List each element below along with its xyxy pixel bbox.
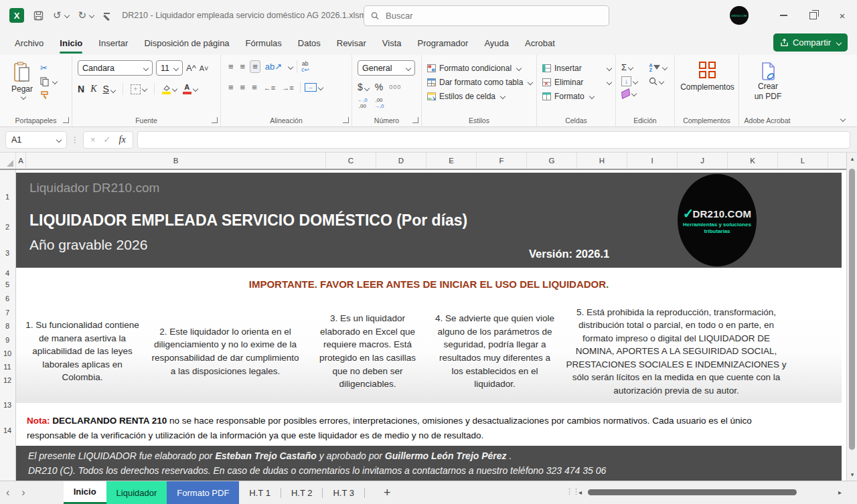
column-header-b[interactable]: B [26, 153, 326, 169]
tab-formulas[interactable]: Fórmulas [238, 31, 290, 55]
align-middle-button[interactable]: ≡ [238, 61, 248, 72]
fill-color-button[interactable] [162, 84, 177, 94]
sheet-header-block[interactable]: Liquidador DR210.com LIQUIDADOR EMPLEADA… [16, 173, 842, 268]
close-button[interactable]: × [828, 0, 857, 31]
sheet-tab-ht1[interactable]: H.T 1 [239, 481, 281, 504]
underline-button[interactable]: S [102, 83, 114, 95]
customize-toolbar-button[interactable] [103, 13, 110, 19]
formula-input[interactable] [137, 131, 850, 149]
sheet-tab-ht3[interactable]: H.T 3 [323, 481, 364, 504]
align-left-button[interactable]: ≡ [226, 82, 236, 93]
scroll-up-icon[interactable]: ▴ [847, 155, 857, 162]
column-header-e[interactable]: E [426, 153, 477, 169]
confirm-entry-button[interactable]: ✓ [104, 135, 111, 145]
borders-button[interactable]: + [131, 84, 147, 94]
scroll-down-icon[interactable]: ▾ [847, 471, 857, 478]
column-header-f[interactable]: F [477, 153, 527, 169]
row-header-12[interactable]: 12 [0, 376, 15, 384]
column-header-k[interactable]: K [728, 153, 778, 169]
add-sheet-button[interactable]: + [384, 486, 391, 500]
column-header-l[interactable]: L [778, 153, 828, 169]
currency-format-button[interactable]: $ [358, 81, 369, 93]
undo-dropdown-icon[interactable] [64, 13, 69, 18]
collapse-ribbon-icon[interactable] [840, 116, 846, 122]
increase-decimals-button[interactable]: ,00 →,0 [374, 98, 384, 110]
row-header-14[interactable]: 14 [0, 426, 15, 434]
format-cells-button[interactable]: Formato [542, 89, 611, 103]
search-box[interactable] [364, 5, 609, 26]
sort-filter-button[interactable]: AZ [649, 62, 670, 72]
row-header-7[interactable]: 7 [0, 309, 15, 317]
alignment-dialog-launcher-icon[interactable] [343, 117, 349, 123]
tab-revisar[interactable]: Revisar [329, 31, 374, 55]
fill-button[interactable]: ↓ [621, 76, 641, 86]
autosum-button[interactable]: Σ [621, 62, 641, 72]
vertical-scrollbar[interactable]: ▴ ▾ [846, 153, 857, 481]
sheet-nav-left-icon[interactable]: ‹ [0, 487, 15, 499]
align-top-button[interactable]: ≡ [226, 61, 236, 72]
tab-disposicion[interactable]: Disposición de página [136, 31, 237, 55]
insert-cells-button[interactable]: Insertar [542, 61, 611, 75]
minimize-button[interactable] [769, 0, 798, 31]
note-4[interactable]: 4. Se advierte que quien viole alguno de… [435, 312, 555, 390]
tab-archivo[interactable]: Archivo [7, 31, 52, 55]
important-heading[interactable]: IMPORTANTE. FAVOR LEER ANTES DE INICIAR … [16, 278, 842, 290]
tab-ayuda[interactable]: Ayuda [476, 31, 517, 55]
formula-bar-handle[interactable]: ⋮ [71, 135, 79, 145]
sheet-footer-block[interactable]: El presente LIQUIDADOR fue elaborado por… [16, 446, 842, 481]
row-header-10[interactable]: 10 [0, 349, 15, 357]
notes-row[interactable]: 1. Su funcionalidad contiene de manera a… [16, 300, 842, 403]
column-header-g[interactable]: G [527, 153, 577, 169]
column-header-c[interactable]: C [326, 153, 376, 169]
paste-button[interactable]: Pegar [5, 62, 39, 99]
delete-cells-button[interactable]: × Eliminar [542, 75, 611, 89]
redo-dropdown-icon[interactable] [89, 13, 94, 18]
copy-button[interactable] [40, 77, 57, 86]
row-header-4[interactable]: 4 [0, 269, 15, 277]
row-header-5[interactable]: 5 [0, 280, 15, 288]
row-header-6[interactable]: 6 [0, 295, 15, 303]
decrease-font-button[interactable]: A˅ [200, 64, 209, 72]
share-button[interactable]: Compartir [773, 33, 848, 52]
row-header-11[interactable]: 11 [0, 363, 15, 371]
align-right-button[interactable]: ≡ [250, 82, 259, 93]
font-dialog-launcher-icon[interactable] [212, 117, 218, 123]
italic-button[interactable]: K [90, 84, 96, 94]
tab-insertar[interactable]: Insertar [90, 31, 136, 55]
save-button[interactable] [33, 11, 44, 21]
sheet-nav-right-icon[interactable]: › [15, 487, 31, 499]
decrease-indent-button[interactable]: ←≡ [262, 83, 277, 92]
name-box[interactable]: A1 [5, 131, 67, 149]
column-header-j[interactable]: J [678, 153, 728, 169]
sheet-tab-liquidador[interactable]: Liquidador [106, 481, 167, 504]
redo-button[interactable]: ↻ [78, 9, 94, 21]
row-header-9[interactable]: 9 [0, 336, 15, 344]
clear-button[interactable] [621, 90, 641, 97]
vertical-scrollbar-thumb[interactable] [849, 169, 855, 450]
tab-inicio[interactable]: Inicio [52, 31, 90, 55]
note-5[interactable]: 5. Está prohibida la reproducción, trans… [566, 306, 787, 398]
row-header-2[interactable]: 2 [0, 223, 15, 231]
nota-paragraph[interactable]: Nota: DECLARANDO RENTA 210 no se hace re… [27, 414, 797, 442]
restore-button[interactable] [798, 0, 828, 31]
align-bottom-button[interactable]: ≡ [250, 60, 260, 73]
format-painter-button[interactable] [40, 90, 57, 99]
font-size-select[interactable]: 11 [156, 60, 183, 76]
decrease-decimals-button[interactable]: ←,0 ,00 [358, 98, 368, 110]
bold-button[interactable]: N [78, 84, 84, 94]
cell-styles-button[interactable]: Estilos de celda [427, 89, 532, 103]
number-format-select[interactable]: General [358, 60, 415, 76]
sheet-canvas[interactable]: Liquidador DR210.com LIQUIDADOR EMPLEADA… [16, 170, 842, 481]
search-input[interactable] [384, 10, 602, 21]
format-as-table-button[interactable]: Dar formato como tabla [427, 75, 532, 89]
note-2[interactable]: 2. Este liquidador lo orienta en el dili… [150, 325, 301, 377]
increase-indent-button[interactable]: →≡ [280, 83, 295, 92]
row-header-1[interactable]: 1 [0, 193, 15, 201]
sheet-tab-formato-pdf[interactable]: Formato PDF [167, 481, 239, 504]
profile-avatar[interactable]: DR210.COM [730, 6, 749, 25]
excel-app-icon[interactable]: X [9, 8, 24, 23]
percent-format-button[interactable]: % [375, 82, 383, 92]
comma-format-button[interactable]: 000 [389, 84, 401, 90]
wrap-text-button[interactable]: ab c↩ [301, 61, 309, 72]
cancel-entry-button[interactable]: × [90, 135, 96, 145]
